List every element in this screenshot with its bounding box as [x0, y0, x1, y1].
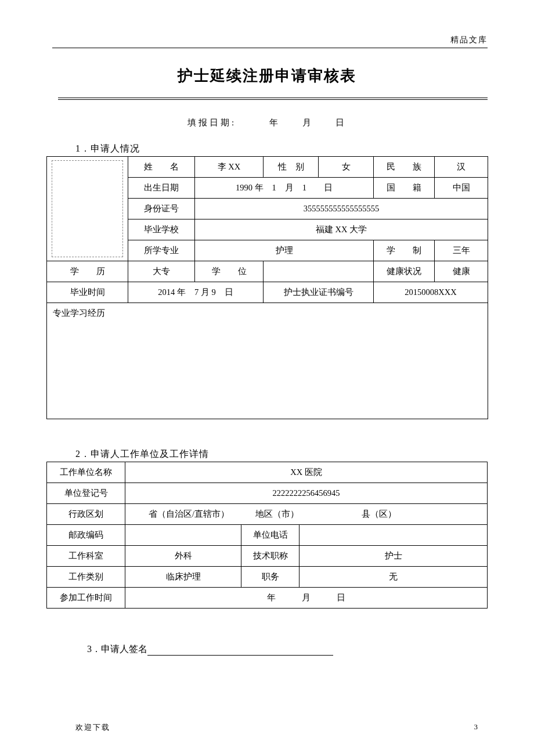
- value-ethnic: 汉: [435, 157, 488, 178]
- value-school: 福建 XX 大学: [195, 219, 488, 240]
- value-work-type: 临床护理: [125, 567, 241, 588]
- label-nationality: 国 籍: [374, 178, 435, 199]
- value-tech-title: 护士: [300, 546, 488, 567]
- value-graduation: 2014 年 7 月 9 日: [128, 282, 264, 303]
- table-row: 学 历 大专 学 位 健康状况 健康: [47, 261, 488, 282]
- section3-signature: 3．申请人签名: [87, 643, 488, 656]
- value-dept: 外科: [125, 546, 241, 567]
- table-row: 单位登记号 2222222256456945: [47, 483, 488, 504]
- label-start-date: 参加工作时间: [47, 588, 125, 609]
- work-table: 工作单位名称 XX 医院 单位登记号 2222222256456945 行政区划…: [46, 462, 488, 609]
- admin-city: 地区（市）: [255, 509, 360, 520]
- header-rule: [52, 48, 488, 48]
- admin-county: 县（区）: [362, 509, 396, 519]
- table-row: 姓 名 李 XX 性 别 女 民 族 汉: [47, 157, 488, 178]
- label-study-history: 专业学习经历: [53, 308, 105, 318]
- label-duration: 学 制: [374, 240, 435, 261]
- label-school: 毕业学校: [128, 219, 195, 240]
- value-name: 李 XX: [195, 157, 264, 178]
- label-dept: 工作科室: [47, 546, 125, 567]
- label-position: 职务: [241, 567, 300, 588]
- label-certno: 护士执业证书编号: [264, 282, 374, 303]
- label-education: 学 历: [47, 261, 128, 282]
- value-major: 护理: [195, 240, 374, 261]
- table-row: 工作单位名称 XX 医院: [47, 462, 488, 483]
- label-health: 健康状况: [374, 261, 435, 282]
- section1-heading: 1．申请人情况: [75, 143, 488, 155]
- label-tech-title: 技术职称: [241, 546, 300, 567]
- admin-prov: 省（自治区/直辖市）: [149, 509, 253, 520]
- table-row: 毕业时间 2014 年 7 月 9 日 护士执业证书编号 20150008XXX: [47, 282, 488, 303]
- page-title: 护士延续注册申请审核表: [46, 66, 488, 86]
- header-corner: 精品文库: [46, 35, 488, 45]
- footer-page-number: 3: [474, 722, 479, 733]
- table-row: 参加工作时间 年 月 日: [47, 588, 488, 609]
- label-unit-name: 工作单位名称: [47, 462, 125, 483]
- applicant-table: 姓 名 李 XX 性 别 女 民 族 汉 出生日期 1990 年 1 月 1 日…: [46, 156, 488, 419]
- label-admin-div: 行政区划: [47, 504, 125, 525]
- value-idno: 355555555555555555: [195, 199, 488, 219]
- value-degree: [264, 261, 374, 282]
- label-degree: 学 位: [195, 261, 264, 282]
- table-row: 行政区划 省（自治区/直辖市） 地区（市） 县（区）: [47, 504, 488, 525]
- label-name: 姓 名: [128, 157, 195, 178]
- title-rule: [58, 98, 488, 100]
- value-unit-reg: 2222222256456945: [125, 483, 488, 504]
- page-footer: 欢迎下载 3: [75, 722, 479, 733]
- value-nationality: 中国: [435, 178, 488, 199]
- value-unit-phone: [300, 525, 488, 546]
- table-row: 专业学习经历: [47, 303, 488, 419]
- table-row: 工作科室 外科 技术职称 护士: [47, 546, 488, 567]
- value-dob: 1990 年 1 月 1 日: [195, 178, 374, 199]
- label-graduation: 毕业时间: [47, 282, 128, 303]
- label-dob: 出生日期: [128, 178, 195, 199]
- label-gender: 性 别: [264, 157, 319, 178]
- section2-heading: 2．申请人工作单位及工作详情: [75, 448, 488, 460]
- label-major: 所学专业: [128, 240, 195, 261]
- table-row: 邮政编码 单位电话: [47, 525, 488, 546]
- label-ethnic: 民 族: [374, 157, 435, 178]
- value-education: 大专: [128, 261, 195, 282]
- value-position: 无: [300, 567, 488, 588]
- value-admin-div: 省（自治区/直辖市） 地区（市） 县（区）: [125, 504, 488, 525]
- value-start-date: 年 月 日: [125, 588, 488, 609]
- label-idno: 身份证号: [128, 199, 195, 219]
- value-unit-name: XX 医院: [125, 462, 488, 483]
- section3-heading: 3．申请人签名: [87, 644, 147, 654]
- value-certno: 20150008XXX: [374, 282, 488, 303]
- table-row: 工作类别 临床护理 职务 无: [47, 567, 488, 588]
- label-work-type: 工作类别: [47, 567, 125, 588]
- photo-cell: [47, 157, 128, 261]
- value-postcode: [125, 525, 241, 546]
- value-gender: 女: [319, 157, 374, 178]
- label-unit-reg: 单位登记号: [47, 483, 125, 504]
- label-postcode: 邮政编码: [47, 525, 125, 546]
- label-unit-phone: 单位电话: [241, 525, 300, 546]
- signature-line: [147, 655, 333, 656]
- study-history-cell: 专业学习经历: [47, 303, 488, 419]
- fill-date: 填报日期: 年 月 日: [46, 117, 488, 128]
- value-duration: 三年: [435, 240, 488, 261]
- value-health: 健康: [435, 261, 488, 282]
- footer-left: 欢迎下载: [75, 722, 110, 733]
